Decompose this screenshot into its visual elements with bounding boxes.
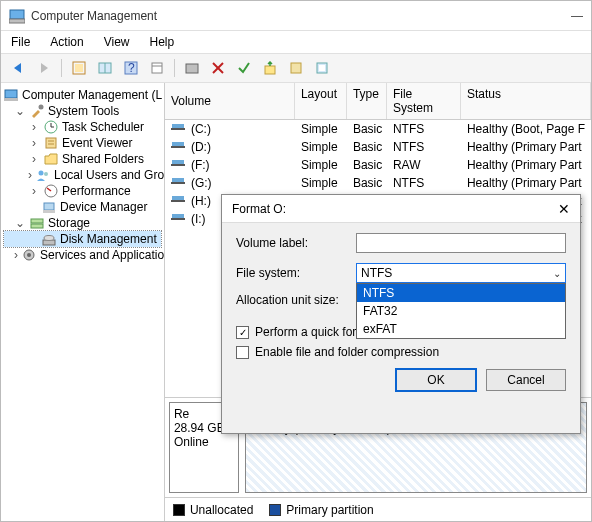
menu-file[interactable]: File bbox=[11, 35, 30, 49]
svg-rect-3 bbox=[75, 64, 83, 72]
tree-task-scheduler[interactable]: › Task Scheduler bbox=[4, 119, 161, 135]
filesystem-option-exfat[interactable]: exFAT bbox=[357, 320, 565, 338]
tree-label: Services and Applicatio bbox=[40, 248, 164, 262]
col-status[interactable]: Status bbox=[461, 83, 591, 119]
tb-check-icon[interactable] bbox=[233, 57, 255, 79]
svg-text:?: ? bbox=[128, 61, 135, 75]
menu-view[interactable]: View bbox=[104, 35, 130, 49]
tb-delete-icon[interactable] bbox=[207, 57, 229, 79]
legend-swatch-unallocated bbox=[173, 504, 185, 516]
ok-button[interactable]: OK bbox=[396, 369, 476, 391]
filesystem-option-ntfs[interactable]: NTFS bbox=[357, 284, 565, 302]
volume-layout: Simple bbox=[295, 121, 347, 137]
svg-rect-33 bbox=[31, 224, 43, 228]
tree-device-manager[interactable]: Device Manager bbox=[4, 199, 161, 215]
tree-system-tools[interactable]: ⌄ System Tools bbox=[4, 103, 161, 119]
tb-icon-8[interactable] bbox=[259, 57, 281, 79]
volume-status: Healthy (Primary Part bbox=[461, 139, 591, 155]
volume-row[interactable]: (C:)SimpleBasicNTFSHealthy (Boot, Page F bbox=[165, 120, 591, 138]
volume-type: Basic bbox=[347, 121, 387, 137]
volume-name: (G:) bbox=[191, 176, 212, 190]
tree-event-viewer[interactable]: › Event Viewer bbox=[4, 135, 161, 151]
tb-icon-1[interactable] bbox=[68, 57, 90, 79]
disk-status: Online bbox=[174, 435, 234, 449]
tb-icon-5[interactable] bbox=[181, 57, 203, 79]
volume-row[interactable]: (F:)SimpleBasicRAWHealthy (Primary Part bbox=[165, 156, 591, 174]
col-type[interactable]: Type bbox=[347, 83, 387, 119]
minimize-button[interactable]: — bbox=[571, 9, 583, 23]
format-dialog: Format O: ✕ Volume label: File system: N… bbox=[221, 194, 581, 434]
svg-rect-0 bbox=[10, 10, 24, 19]
tools-icon bbox=[30, 104, 44, 118]
drive-icon bbox=[171, 218, 185, 220]
users-icon bbox=[36, 168, 50, 182]
filesystem-option-fat32[interactable]: FAT32 bbox=[357, 302, 565, 320]
tree-root[interactable]: Computer Management (L bbox=[4, 87, 161, 103]
tree-shared-folders[interactable]: › Shared Folders bbox=[4, 151, 161, 167]
filesystem-combo[interactable]: NTFS ⌄ NTFS FAT32 exFAT bbox=[356, 263, 566, 283]
forward-button[interactable] bbox=[33, 57, 55, 79]
volume-layout: Simple bbox=[295, 157, 347, 173]
svg-point-35 bbox=[44, 236, 54, 241]
svg-point-27 bbox=[44, 172, 48, 176]
volume-name: (I:) bbox=[191, 212, 206, 226]
svg-rect-32 bbox=[31, 219, 43, 223]
filesystem-dropdown: NTFS FAT32 exFAT bbox=[356, 283, 566, 339]
svg-rect-18 bbox=[4, 98, 18, 101]
expand-icon[interactable]: › bbox=[28, 184, 40, 198]
tb-icon-10[interactable] bbox=[311, 57, 333, 79]
collapse-icon[interactable]: ⌄ bbox=[14, 216, 26, 230]
cancel-button[interactable]: Cancel bbox=[486, 369, 566, 391]
tree-storage[interactable]: ⌄ Storage bbox=[4, 215, 161, 231]
volume-status: Healthy (Primary Part bbox=[461, 175, 591, 191]
tree-label: System Tools bbox=[48, 104, 119, 118]
volume-label-label: Volume label: bbox=[236, 236, 356, 250]
filesystem-selected[interactable]: NTFS ⌄ bbox=[356, 263, 566, 283]
tree-performance[interactable]: › Performance bbox=[4, 183, 161, 199]
dialog-close-button[interactable]: ✕ bbox=[558, 201, 570, 217]
tree-services[interactable]: › Services and Applicatio bbox=[4, 247, 161, 263]
expand-icon[interactable]: › bbox=[28, 120, 40, 134]
tb-help-icon[interactable]: ? bbox=[120, 57, 142, 79]
volume-row[interactable]: (D:)SimpleBasicNTFSHealthy (Primary Part bbox=[165, 138, 591, 156]
col-layout[interactable]: Layout bbox=[295, 83, 347, 119]
device-icon bbox=[42, 200, 56, 214]
svg-rect-14 bbox=[291, 63, 301, 73]
quick-format-checkbox[interactable]: ✓ bbox=[236, 326, 249, 339]
back-button[interactable] bbox=[7, 57, 29, 79]
svg-rect-17 bbox=[5, 90, 17, 98]
computer-icon bbox=[4, 88, 18, 102]
tb-icon-2[interactable] bbox=[94, 57, 116, 79]
svg-rect-23 bbox=[46, 138, 56, 148]
tree-label: Storage bbox=[48, 216, 90, 230]
collapse-icon[interactable]: ⌄ bbox=[14, 104, 26, 118]
compression-checkbox[interactable] bbox=[236, 346, 249, 359]
tb-icon-9[interactable] bbox=[285, 57, 307, 79]
volume-name: (C:) bbox=[191, 122, 211, 136]
compression-label: Enable file and folder compression bbox=[255, 345, 439, 359]
svg-rect-8 bbox=[152, 63, 162, 73]
expand-icon[interactable]: › bbox=[14, 248, 18, 262]
tree-local-users[interactable]: › Local Users and Gro bbox=[4, 167, 161, 183]
volume-label-input[interactable] bbox=[356, 233, 566, 253]
menu-help[interactable]: Help bbox=[150, 35, 175, 49]
tree-disk-management[interactable]: Disk Management bbox=[4, 231, 161, 247]
volume-fs: NTFS bbox=[387, 139, 461, 155]
expand-icon[interactable]: › bbox=[28, 152, 40, 166]
svg-rect-13 bbox=[265, 66, 275, 74]
svg-point-37 bbox=[27, 253, 31, 257]
expand-icon[interactable]: › bbox=[28, 136, 40, 150]
storage-icon bbox=[30, 216, 44, 230]
dialog-title: Format O: bbox=[232, 202, 286, 216]
legend-swatch-primary bbox=[269, 504, 281, 516]
volume-name: (H:) bbox=[191, 194, 211, 208]
svg-point-26 bbox=[39, 171, 44, 176]
volume-row[interactable]: (G:)SimpleBasicNTFSHealthy (Primary Part bbox=[165, 174, 591, 192]
col-volume[interactable]: Volume bbox=[165, 83, 295, 119]
menu-action[interactable]: Action bbox=[50, 35, 83, 49]
legend-primary: Primary partition bbox=[286, 503, 373, 517]
col-filesystem[interactable]: File System bbox=[387, 83, 461, 119]
expand-icon[interactable]: › bbox=[28, 168, 32, 182]
tb-icon-4[interactable] bbox=[146, 57, 168, 79]
volume-name: (F:) bbox=[191, 158, 210, 172]
